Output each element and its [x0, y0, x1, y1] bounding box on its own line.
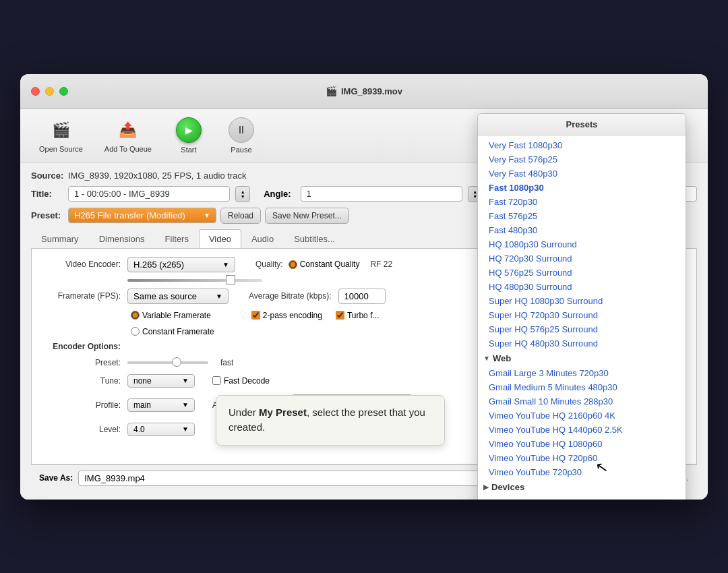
two-pass-checkbox[interactable]: [251, 311, 260, 320]
quality-slider[interactable]: [127, 279, 262, 282]
angle-input[interactable]: [301, 186, 462, 202]
title-spinner[interactable]: ▲▼: [235, 186, 250, 202]
save-preset-button[interactable]: Save New Preset...: [265, 208, 349, 224]
constant-quality-radio[interactable]: [289, 260, 297, 269]
minimize-button[interactable]: [45, 87, 54, 96]
close-button[interactable]: [31, 87, 40, 96]
profile-select[interactable]: main ▼: [127, 398, 195, 412]
tab-subtitles[interactable]: Subtitles...: [284, 229, 345, 248]
framerate-select[interactable]: Same as source ▼: [127, 289, 229, 304]
list-item[interactable]: Fast 720p30: [478, 195, 686, 209]
list-item[interactable]: Vimeo YouTube HQ 1080p60: [478, 437, 686, 451]
fast-decode-label[interactable]: Fast Decode: [212, 376, 270, 386]
list-item[interactable]: Fast 576p25: [478, 209, 686, 223]
start-button[interactable]: Start: [165, 115, 212, 156]
list-item[interactable]: Very Fast 480p30: [478, 167, 686, 181]
group-matroska-triangle: ▶: [483, 499, 489, 500]
level-select[interactable]: 4.0 ▼: [127, 423, 195, 436]
reload-button[interactable]: Reload: [220, 208, 261, 224]
list-item[interactable]: Vimeo YouTube 720p30: [478, 465, 686, 479]
variable-framerate-radio[interactable]: [131, 311, 140, 320]
list-item[interactable]: Very Fast 576p25: [478, 152, 686, 167]
file-icon: 🎬: [326, 86, 337, 96]
list-item[interactable]: Vimeo YouTube HQ 720p60: [478, 451, 686, 465]
turbo-checkbox[interactable]: [336, 311, 344, 320]
main-window: 🎬 IMG_8939.mov 🎬 Open Source 📤 Add To Qu…: [20, 74, 708, 500]
list-item[interactable]: Super HQ 576p25 Surround: [478, 322, 686, 336]
open-source-icon: 🎬: [49, 118, 73, 142]
pause-icon: [229, 117, 254, 143]
group-web-triangle: ▼: [483, 355, 490, 362]
list-item[interactable]: Super HQ 480p30 Surround: [478, 336, 686, 351]
group-devices-triangle: ▶: [483, 483, 489, 491]
tab-video[interactable]: Video: [199, 229, 241, 248]
list-item[interactable]: Fast 480p30: [478, 223, 686, 237]
profile-select-arrow: ▼: [182, 401, 189, 409]
encoder-select-arrow: ▼: [222, 261, 229, 268]
list-item[interactable]: Super HQ 720p30 Surround: [478, 308, 686, 322]
preset-dropdown-arrow: ▼: [204, 212, 210, 219]
tooltip-bubble: Under My Preset, select the preset that …: [216, 395, 445, 446]
tab-filters[interactable]: Filters: [155, 229, 199, 248]
preset-dropdown[interactable]: H265 File transfer (Modified) ▼: [68, 208, 216, 223]
add-to-queue-icon: 📤: [116, 118, 140, 142]
quality-section: Quality: Constant Quality RF 22: [255, 260, 392, 269]
traffic-lights: [31, 87, 68, 96]
window-title: 🎬 IMG_8939.mov: [326, 86, 402, 96]
presets-list: Very Fast 1080p30 Very Fast 576p25 Very …: [478, 135, 686, 500]
fast-decode-checkbox[interactable]: [212, 376, 221, 385]
presets-panel-header: Presets: [478, 114, 686, 135]
constant-quality-radio-label[interactable]: Constant Quality: [289, 260, 360, 269]
tune-select-arrow: ▼: [182, 377, 189, 384]
tab-audio[interactable]: Audio: [241, 229, 284, 248]
add-to-queue-button[interactable]: 📤 Add To Queue: [96, 115, 160, 156]
list-item[interactable]: Super HQ 1080p30 Surround: [478, 294, 686, 308]
encoder-select[interactable]: H.265 (x265) ▼: [127, 257, 235, 272]
framerate-select-arrow: ▼: [216, 293, 222, 300]
list-item[interactable]: HQ 576p25 Surround: [478, 266, 686, 280]
presets-panel: Presets Very Fast 1080p30 Very Fast 576p…: [477, 113, 686, 500]
open-source-button[interactable]: 🎬 Open Source: [31, 115, 91, 156]
group-devices[interactable]: ▶ Devices: [478, 479, 686, 495]
constant-framerate-radio[interactable]: [131, 327, 140, 336]
encoder-preset-slider[interactable]: [127, 361, 208, 364]
list-item[interactable]: Gmail Medium 5 Minutes 480p30: [478, 380, 686, 394]
list-item[interactable]: Fast 1080p30: [478, 181, 686, 195]
list-item[interactable]: Gmail Small 10 Minutes 288p30: [478, 394, 686, 409]
title-input[interactable]: [68, 186, 230, 202]
titlebar: 🎬 IMG_8939.mov: [20, 74, 708, 109]
bitrate-input[interactable]: [338, 289, 386, 304]
list-item[interactable]: HQ 480p30 Surround: [478, 280, 686, 294]
list-item[interactable]: HQ 1080p30 Surround: [478, 237, 686, 251]
maximize-button[interactable]: [59, 87, 68, 96]
tune-select[interactable]: none ▼: [127, 374, 195, 388]
list-item[interactable]: Gmail Large 3 Minutes 720p30: [478, 366, 686, 380]
turbo-label[interactable]: Turbo f...: [336, 311, 380, 320]
tab-dimensions[interactable]: Dimensions: [89, 229, 155, 248]
pause-button[interactable]: Pause: [218, 115, 265, 156]
encoder-preset-thumb: [172, 357, 181, 367]
group-matroska[interactable]: ▶ Matroska: [478, 495, 686, 500]
two-pass-label[interactable]: 2-pass encoding: [251, 311, 322, 320]
list-item[interactable]: Vimeo YouTube HQ 2160p60 4K: [478, 409, 686, 423]
preset-slider-value: fast: [220, 358, 233, 367]
avg-bitrate-label: Average Bitrate (kbps):: [249, 291, 332, 301]
list-item[interactable]: Very Fast 1080p30: [478, 138, 686, 152]
start-icon: [176, 117, 202, 143]
variable-framerate-label[interactable]: Variable Framerate: [131, 311, 211, 320]
list-item[interactable]: HQ 720p30 Surround: [478, 251, 686, 266]
list-item[interactable]: Vimeo YouTube HQ 1440p60 2.5K: [478, 423, 686, 437]
group-web[interactable]: ▼ Web: [478, 351, 686, 366]
rf-value: RF 22: [370, 260, 392, 269]
tab-summary[interactable]: Summary: [31, 229, 89, 248]
level-select-arrow: ▼: [182, 425, 189, 433]
quality-slider-thumb: [226, 275, 235, 284]
